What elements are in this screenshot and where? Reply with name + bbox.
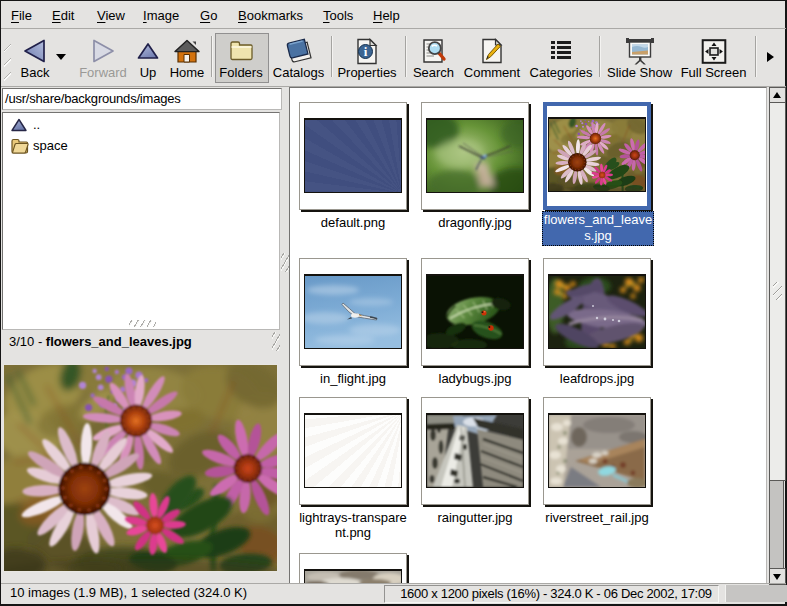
svg-text:i: i <box>364 44 368 59</box>
